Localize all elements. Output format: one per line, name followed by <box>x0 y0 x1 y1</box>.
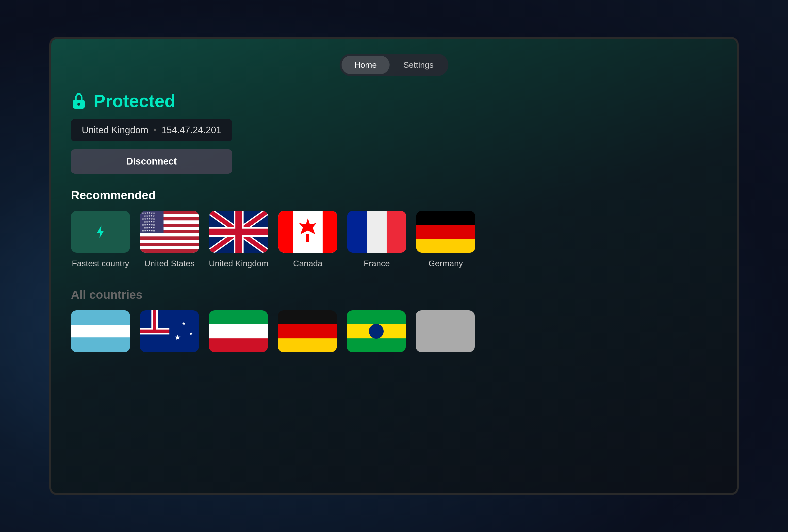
recommended-title: Recommended <box>71 189 156 202</box>
nav-pill: Home Settings <box>339 54 449 76</box>
svg-rect-35 <box>416 211 475 225</box>
svg-rect-44 <box>153 310 156 331</box>
svg-rect-10 <box>140 246 199 249</box>
svg-rect-8 <box>140 233 199 236</box>
tv-screen: Home Settings Protected United Kingdom • <box>51 39 737 493</box>
nav-home[interactable]: Home <box>341 56 390 74</box>
all-country-card-1[interactable] <box>71 310 130 352</box>
svg-rect-9 <box>140 240 199 243</box>
ca-label: Canada <box>293 259 322 268</box>
disconnect-button[interactable]: Disconnect <box>71 149 232 174</box>
svg-point-2 <box>77 103 80 106</box>
svg-text:★: ★ <box>182 321 186 326</box>
svg-text:★: ★ <box>189 331 193 336</box>
svg-point-57 <box>369 324 383 339</box>
svg-text:★★★★★: ★★★★★ <box>144 220 155 223</box>
svg-rect-1 <box>76 100 82 101</box>
all-country-card-2[interactable]: ★ ★ ★ <box>140 310 199 352</box>
country-card-us[interactable]: ★★★★★★ ★★★★★ ★★★★★★ ★★★★★ ★★★★★★ ★★★★★ ★… <box>140 211 199 268</box>
status-title: Protected <box>71 91 232 111</box>
country-card-uk[interactable]: United Kingdom <box>209 211 269 268</box>
tv-frame: Home Settings Protected United Kingdom • <box>49 37 739 495</box>
all-countries-grid: ★ ★ ★ <box>71 310 475 355</box>
fastest-label: Fastest country <box>72 259 129 268</box>
svg-rect-58 <box>416 310 475 352</box>
lightning-icon <box>93 224 108 239</box>
connection-info: United Kingdom • 154.47.24.201 <box>71 119 232 141</box>
country-card-de[interactable]: Germany <box>416 211 475 268</box>
country-card-fastest[interactable]: Fastest country <box>71 211 130 268</box>
top-nav: Home Settings <box>71 54 717 76</box>
all-country-card-6[interactable] <box>416 310 475 352</box>
us-flag: ★★★★★★ ★★★★★ ★★★★★★ ★★★★★ ★★★★★★ ★★★★★ ★… <box>140 211 199 253</box>
us-label: United States <box>144 259 195 268</box>
fastest-flag <box>71 211 130 253</box>
all-country-card-5[interactable] <box>347 310 406 352</box>
svg-rect-36 <box>416 225 475 239</box>
connection-ip: 154.47.24.201 <box>161 125 221 136</box>
svg-text:★★★★★★: ★★★★★★ <box>142 212 155 214</box>
svg-rect-31 <box>306 234 309 242</box>
svg-text:★★★★★: ★★★★★ <box>144 215 155 217</box>
de-label: Germany <box>429 259 463 268</box>
svg-rect-34 <box>387 211 406 253</box>
svg-rect-53 <box>278 338 337 352</box>
country-card-ca[interactable]: Canada <box>278 211 337 268</box>
recommended-grid: Fastest country <box>71 211 475 268</box>
svg-rect-49 <box>209 324 268 338</box>
svg-rect-32 <box>347 211 367 253</box>
svg-rect-33 <box>367 211 387 253</box>
all-countries-section: All countries <box>71 288 475 355</box>
svg-rect-48 <box>209 310 268 324</box>
svg-text:★: ★ <box>174 333 181 341</box>
svg-text:★★★★★: ★★★★★ <box>144 226 155 229</box>
svg-marker-3 <box>97 225 104 238</box>
svg-rect-56 <box>347 338 406 352</box>
status-section: Protected United Kingdom • 154.47.24.201… <box>71 91 232 174</box>
nav-settings[interactable]: Settings <box>391 56 447 74</box>
status-text: Protected <box>94 91 175 111</box>
svg-text:★★★★★★: ★★★★★★ <box>142 229 155 232</box>
all-country-card-4[interactable] <box>278 310 337 352</box>
connection-country: United Kingdom <box>82 125 148 136</box>
de-flag <box>416 211 475 253</box>
svg-text:★★★★★★: ★★★★★★ <box>142 217 155 220</box>
lock-icon <box>71 92 87 110</box>
all-countries-title: All countries <box>71 288 475 301</box>
fr-flag <box>347 211 406 253</box>
country-card-fr[interactable]: France <box>347 211 406 268</box>
uk-label: United Kingdom <box>209 259 269 268</box>
svg-text:★★★★★★: ★★★★★★ <box>142 223 155 226</box>
svg-rect-39 <box>71 325 130 337</box>
svg-rect-29 <box>293 211 322 253</box>
svg-rect-52 <box>278 324 337 338</box>
svg-rect-27 <box>235 211 242 253</box>
svg-rect-54 <box>347 310 406 324</box>
fr-label: France <box>364 259 390 268</box>
uk-flag <box>209 211 268 253</box>
ca-flag <box>278 211 337 253</box>
separator-dot: • <box>153 125 156 136</box>
svg-rect-37 <box>416 239 475 253</box>
svg-rect-50 <box>209 338 268 352</box>
all-country-card-3[interactable] <box>209 310 268 352</box>
